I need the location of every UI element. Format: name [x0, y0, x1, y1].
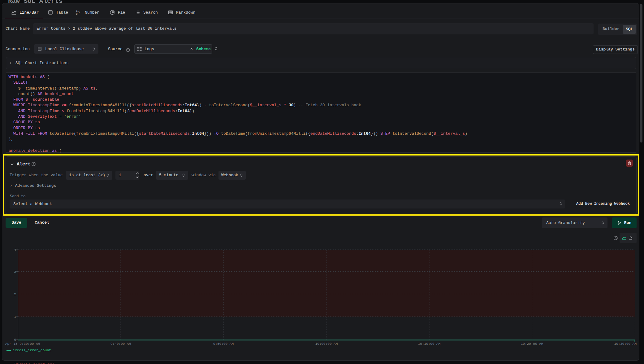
svg-text:3: 3 [78, 11, 80, 14]
svg-text:9:50:00 AM: 9:50:00 AM [213, 342, 234, 346]
svg-text:1: 1 [14, 315, 16, 319]
svg-text:4: 4 [14, 248, 16, 252]
svg-text:2: 2 [76, 12, 78, 15]
svg-text:10:20:00 AM: 10:20:00 AM [521, 342, 543, 346]
svg-text:2: 2 [14, 292, 16, 296]
svg-text:3: 3 [14, 270, 16, 274]
svg-text:10:10:00 AM: 10:10:00 AM [418, 342, 441, 346]
svg-text:Apr 15 9:30:00 AM: Apr 15 9:30:00 AM [5, 342, 40, 346]
svg-text:0: 0 [14, 338, 16, 342]
svg-text:10:00:00 AM: 10:00:00 AM [315, 342, 338, 346]
svg-text:9:40:00 AM: 9:40:00 AM [110, 342, 131, 346]
svg-text:10:30:00 AM: 10:30:00 AM [614, 342, 637, 346]
